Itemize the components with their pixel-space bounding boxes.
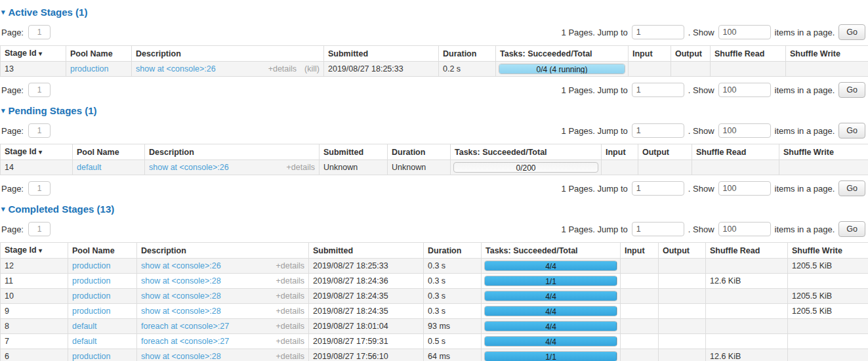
col-shuffle-read[interactable]: Shuffle Read (711, 46, 786, 62)
description-link[interactable]: show at <console>:28 (141, 307, 221, 316)
col-pool-name[interactable]: Pool Name (73, 144, 145, 160)
description-link[interactable]: foreach at <console>:27 (141, 337, 229, 346)
jump-to-input[interactable] (632, 25, 684, 39)
col-submitted[interactable]: Submitted (320, 144, 388, 160)
details-toggle[interactable]: +details (276, 307, 304, 316)
col-description[interactable]: Description (145, 144, 320, 160)
page-number-input[interactable] (28, 25, 51, 39)
stage-id-cell: 13 (1, 62, 66, 77)
page-number-input[interactable] (28, 181, 51, 196)
description-link[interactable]: show at <console>:28 (141, 276, 221, 286)
col-output[interactable]: Output (671, 46, 711, 62)
pages-count-label: 1 Pages. Jump to (562, 224, 628, 234)
details-toggle[interactable]: +details (276, 276, 304, 286)
pool-name-link[interactable]: production (72, 352, 110, 361)
page-number-input[interactable] (28, 222, 51, 236)
pool-name-link[interactable]: production (72, 276, 110, 286)
col-description[interactable]: Description (132, 46, 324, 62)
col-stage-id[interactable]: Stage Id ▾ (1, 144, 73, 160)
pool-name-link[interactable]: production (72, 261, 110, 270)
description-link[interactable]: show at <console>:28 (141, 291, 221, 301)
col-duration[interactable]: Duration (388, 144, 451, 160)
stage-id-cell: 11 (1, 274, 68, 289)
table-row: 13 production show at <console>:26 +deta… (1, 62, 868, 77)
page-size-input[interactable] (718, 83, 771, 97)
jump-to-input[interactable] (632, 222, 684, 236)
col-shuffle-read[interactable]: Shuffle Read (706, 243, 788, 259)
tasks-progress-bar: 0/4 (4 running) (499, 64, 625, 74)
items-per-page-label: items in a page. (775, 85, 835, 95)
details-toggle[interactable]: +details (276, 291, 304, 301)
pool-name-link[interactable]: default (77, 163, 102, 172)
col-input[interactable]: Input (629, 46, 671, 62)
go-button[interactable]: Go (838, 24, 865, 40)
sort-desc-icon: ▾ (39, 148, 42, 156)
col-tasks[interactable]: Tasks: Succeeded/Total (482, 243, 621, 259)
page-size-input[interactable] (718, 25, 771, 39)
submitted-cell: 2019/08/27 18:24:36 (309, 274, 424, 289)
output-cell (671, 62, 711, 77)
go-button[interactable]: Go (838, 82, 865, 98)
table-row: 6 production show at <console>:28 +detai… (1, 349, 868, 361)
col-output[interactable]: Output (659, 243, 706, 259)
description-link[interactable]: show at <console>:26 (149, 163, 229, 172)
input-cell (621, 334, 659, 349)
description-link[interactable]: foreach at <console>:27 (141, 322, 229, 331)
pool-name-link[interactable]: default (72, 322, 97, 331)
col-tasks[interactable]: Tasks: Succeeded/Total (496, 46, 629, 62)
col-submitted[interactable]: Submitted (324, 46, 439, 62)
details-toggle[interactable]: +details (276, 322, 304, 331)
tasks-progress-label: 0/4 (4 running) (499, 64, 625, 74)
table-row: 11 production show at <console>:28 +deta… (1, 274, 868, 289)
col-shuffle-read[interactable]: Shuffle Read (692, 144, 779, 160)
page-size-input[interactable] (718, 222, 771, 236)
kill-link[interactable]: (kill) (304, 64, 320, 74)
description-link[interactable]: show at <console>:28 (141, 352, 221, 361)
page-size-input[interactable] (718, 181, 771, 196)
col-stage-id[interactable]: Stage Id ▾ (1, 243, 68, 259)
col-submitted[interactable]: Submitted (309, 243, 424, 259)
shuffle-read-cell (706, 259, 788, 274)
col-output[interactable]: Output (638, 144, 692, 160)
col-duration[interactable]: Duration (424, 243, 482, 259)
details-toggle[interactable]: +details (268, 64, 297, 74)
section-header-pending-stages[interactable]: ▾ Pending Stages (1) (1, 105, 867, 116)
col-input[interactable]: Input (602, 144, 638, 160)
description-link[interactable]: show at <console>:26 (136, 64, 216, 74)
go-button[interactable]: Go (838, 180, 865, 196)
page-number-input[interactable] (28, 123, 51, 138)
col-stage-id[interactable]: Stage Id ▾ (1, 46, 66, 62)
col-tasks[interactable]: Tasks: Succeeded/Total (451, 144, 602, 160)
col-input[interactable]: Input (621, 243, 659, 259)
col-pool-name[interactable]: Pool Name (66, 46, 132, 62)
details-toggle[interactable]: +details (287, 163, 315, 172)
col-description[interactable]: Description (137, 243, 309, 259)
go-button[interactable]: Go (838, 123, 865, 138)
jump-to-input[interactable] (632, 83, 684, 97)
show-label: . Show (688, 224, 714, 234)
pool-name-link[interactable]: production (72, 291, 110, 301)
shuffle-read-cell: 12.6 KiB (706, 349, 788, 361)
col-duration[interactable]: Duration (439, 46, 496, 62)
jump-to-input[interactable] (632, 123, 684, 138)
table-row: 8 default foreach at <console>:27 +detai… (1, 319, 868, 334)
go-button[interactable]: Go (838, 221, 865, 237)
page-size-input[interactable] (718, 123, 771, 138)
section-header-active-stages[interactable]: ▾ Active Stages (1) (1, 7, 867, 18)
pool-name-link[interactable]: production (72, 307, 110, 316)
col-pool-name[interactable]: Pool Name (68, 243, 137, 259)
description-link[interactable]: show at <console>:26 (141, 261, 221, 270)
details-toggle[interactable]: +details (276, 337, 304, 346)
details-toggle[interactable]: +details (276, 261, 304, 270)
pool-name-link[interactable]: production (70, 64, 108, 74)
col-shuffle-write[interactable]: Shuffle Write (786, 46, 868, 62)
section-header-completed-stages[interactable]: ▾ Completed Stages (13) (1, 203, 867, 215)
tasks-progress-bar: 1/1 (484, 351, 617, 361)
section-title-text: Active Stages (1) (9, 7, 88, 18)
details-toggle[interactable]: +details (276, 352, 304, 361)
page-number-input[interactable] (28, 83, 51, 97)
col-shuffle-write[interactable]: Shuffle Write (788, 243, 868, 259)
col-shuffle-write[interactable]: Shuffle Write (779, 144, 868, 160)
jump-to-input[interactable] (632, 181, 684, 196)
pool-name-link[interactable]: default (72, 337, 97, 346)
